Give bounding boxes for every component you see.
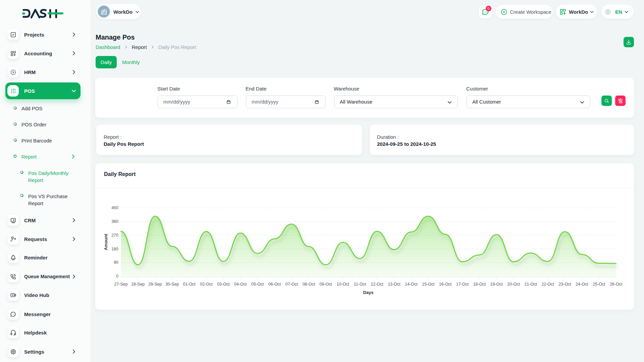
svg-text:22-Oct: 22-Oct: [541, 282, 554, 287]
svg-text:24-Oct: 24-Oct: [576, 282, 588, 287]
svg-text:11-Oct: 11-Oct: [354, 282, 366, 287]
svg-text:15-Oct: 15-Oct: [422, 282, 435, 287]
svg-text:13-Oct: 13-Oct: [388, 282, 400, 287]
svg-text:18-Oct: 18-Oct: [473, 282, 486, 287]
svg-text:03-Oct: 03-Oct: [217, 282, 230, 287]
svg-text:07-Oct: 07-Oct: [285, 282, 298, 287]
svg-text:09-Oct: 09-Oct: [320, 282, 332, 287]
svg-text:05-Oct: 05-Oct: [251, 282, 264, 287]
svg-text:26-Oct: 26-Oct: [610, 282, 623, 287]
svg-text:Amount: Amount: [103, 234, 108, 250]
svg-text:29-Sep: 29-Sep: [148, 282, 162, 287]
svg-text:0: 0: [116, 274, 118, 279]
svg-text:450: 450: [111, 205, 118, 210]
svg-text:10-Oct: 10-Oct: [336, 282, 349, 287]
svg-text:270: 270: [111, 233, 118, 238]
svg-text:28-Sep: 28-Sep: [131, 282, 145, 287]
svg-text:01-Oct: 01-Oct: [183, 282, 196, 287]
svg-text:20-Oct: 20-Oct: [507, 282, 520, 287]
svg-text:30-Sep: 30-Sep: [165, 282, 179, 287]
svg-text:25-Oct: 25-Oct: [593, 282, 605, 287]
svg-text:16-Oct: 16-Oct: [439, 282, 452, 287]
svg-text:12-Oct: 12-Oct: [371, 282, 383, 287]
svg-text:21-Oct: 21-Oct: [524, 282, 537, 287]
svg-text:Days: Days: [363, 290, 373, 295]
svg-text:19-Oct: 19-Oct: [490, 282, 503, 287]
svg-text:17-Oct: 17-Oct: [456, 282, 469, 287]
svg-text:06-Oct: 06-Oct: [268, 282, 281, 287]
svg-text:14-Oct: 14-Oct: [405, 282, 418, 287]
svg-text:90: 90: [114, 260, 118, 265]
svg-text:04-Oct: 04-Oct: [234, 282, 247, 287]
svg-text:02-Oct: 02-Oct: [200, 282, 213, 287]
svg-text:23-Oct: 23-Oct: [558, 282, 571, 287]
svg-text:08-Oct: 08-Oct: [303, 282, 315, 287]
svg-text:27-Sep: 27-Sep: [114, 282, 127, 287]
svg-text:180: 180: [111, 247, 118, 251]
svg-text:360: 360: [111, 219, 118, 224]
